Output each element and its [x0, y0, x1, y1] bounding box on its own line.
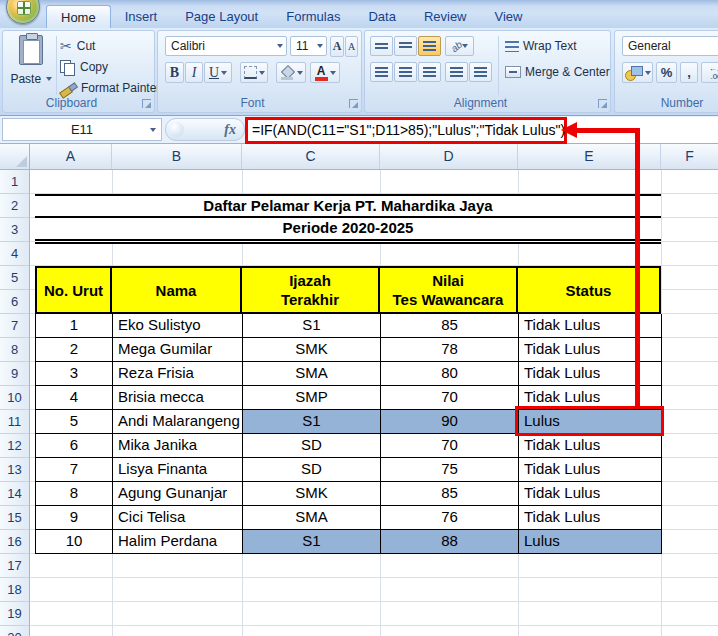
cell-A13[interactable]: 7	[36, 458, 113, 482]
number-format-combo[interactable]: General	[622, 36, 718, 56]
cell-D13[interactable]: 75	[381, 458, 519, 482]
align-middle-button[interactable]	[394, 36, 417, 56]
align-center-button[interactable]	[394, 62, 417, 82]
accounting-format-button[interactable]	[622, 62, 653, 83]
tab-review[interactable]: Review	[410, 5, 481, 28]
row-header[interactable]: 17	[0, 554, 30, 578]
cell-C8[interactable]: SMK	[243, 338, 381, 362]
column-header[interactable]: C	[242, 144, 380, 169]
alignment-dialog-launcher[interactable]	[598, 99, 607, 108]
cell-B10[interactable]: Brisia mecca	[113, 386, 243, 410]
row-header[interactable]: 14	[0, 482, 30, 506]
cell-B7[interactable]: Eko Sulistyo	[113, 314, 243, 338]
cell-B14[interactable]: Agung Gunanjar	[113, 482, 243, 506]
cell-B12[interactable]: Mika Janika	[113, 434, 243, 458]
cell-D15[interactable]: 76	[381, 506, 519, 530]
column-header[interactable]: A	[30, 144, 112, 169]
font-dialog-launcher[interactable]	[349, 99, 358, 108]
cell-D11[interactable]: 90	[381, 410, 519, 434]
cell-A15[interactable]: 9	[36, 506, 113, 530]
cell-C13[interactable]: SD	[243, 458, 381, 482]
merge-center-button[interactable]: Merge & Center	[505, 62, 620, 82]
sheet-title[interactable]: Daftar Pelamar Kerja PT. Mahardika Jaya	[35, 194, 661, 218]
clipboard-dialog-launcher[interactable]	[142, 99, 151, 108]
shrink-font-button[interactable]: A	[345, 36, 358, 57]
row-header[interactable]: 5	[0, 266, 30, 290]
cell-E9[interactable]: Tidak Lulus	[519, 362, 662, 386]
row-header[interactable]: 3	[0, 218, 30, 242]
cell-C11[interactable]: S1	[243, 410, 381, 434]
tab-data[interactable]: Data	[354, 5, 409, 28]
bold-button[interactable]: B	[165, 62, 184, 83]
align-top-button[interactable]	[370, 36, 393, 56]
row-header[interactable]: 4	[0, 242, 30, 266]
wrap-text-button[interactable]: Wrap Text	[505, 36, 577, 56]
font-name-combo[interactable]: Calibri	[165, 36, 287, 56]
header-cell-no-urut[interactable]: No. Urut	[35, 266, 112, 314]
font-color-button[interactable]: A	[310, 62, 340, 83]
row-header[interactable]: 11	[0, 410, 30, 434]
cell-D8[interactable]: 78	[381, 338, 519, 362]
cut-button[interactable]: ✂ Cut	[60, 36, 95, 56]
row-header[interactable]: 18	[0, 578, 30, 602]
font-size-combo[interactable]: 11	[290, 36, 327, 56]
cell-B9[interactable]: Reza Frisia	[113, 362, 243, 386]
office-button[interactable]	[6, 0, 40, 24]
cell-E8[interactable]: Tidak Lulus	[519, 338, 662, 362]
cell-E16[interactable]: Lulus	[519, 530, 662, 554]
column-header[interactable]: F	[661, 144, 718, 169]
sheet-subtitle[interactable]: Periode 2020-2025	[35, 218, 661, 244]
row-header[interactable]: 16	[0, 530, 30, 554]
row-header[interactable]: 8	[0, 338, 30, 362]
cell-B15[interactable]: Cici Telisa	[113, 506, 243, 530]
cell-E12[interactable]: Tidak Lulus	[519, 434, 662, 458]
grow-font-button[interactable]: A	[330, 36, 344, 57]
cell-B16[interactable]: Halim Perdana	[113, 530, 243, 554]
cell-C15[interactable]: SMA	[243, 506, 381, 530]
formula-text[interactable]: =IF(AND(C11="S1";D11>85);"Lulus";"Tidak …	[248, 120, 564, 140]
cell-A14[interactable]: 8	[36, 482, 113, 506]
cell-C7[interactable]: S1	[243, 314, 381, 338]
row-header[interactable]: 13	[0, 458, 30, 482]
cell-A16[interactable]: 10	[36, 530, 113, 554]
row-header[interactable]: 7	[0, 314, 30, 338]
cell-D7[interactable]: 85	[381, 314, 519, 338]
header-cell-ijazah[interactable]: Ijazah Terakhir	[242, 266, 380, 314]
cell-D14[interactable]: 85	[381, 482, 519, 506]
percent-style-button[interactable]: %	[656, 62, 677, 83]
cell-A12[interactable]: 6	[36, 434, 113, 458]
column-header[interactable]: B	[112, 144, 242, 169]
row-header[interactable]: 15	[0, 506, 30, 530]
cell-C10[interactable]: SMP	[243, 386, 381, 410]
increase-indent-button[interactable]	[469, 62, 492, 82]
cell-E14[interactable]: Tidak Lulus	[519, 482, 662, 506]
borders-button[interactable]	[240, 62, 268, 83]
row-header[interactable]: 1	[0, 170, 30, 194]
cell-A11[interactable]: 5	[36, 410, 113, 434]
cell-A8[interactable]: 2	[36, 338, 113, 362]
align-right-button[interactable]	[418, 62, 441, 82]
cell-D12[interactable]: 70	[381, 434, 519, 458]
cell-D10[interactable]: 70	[381, 386, 519, 410]
cell-A7[interactable]: 1	[36, 314, 113, 338]
cell-B8[interactable]: Mega Gumilar	[113, 338, 243, 362]
row-header[interactable]: 9	[0, 362, 30, 386]
decrease-indent-button[interactable]	[445, 62, 468, 82]
comma-style-button[interactable]: ,	[680, 62, 698, 83]
row-header[interactable]: 2	[0, 194, 30, 218]
align-left-button[interactable]	[370, 62, 393, 82]
tab-view[interactable]: View	[481, 5, 537, 28]
cell-D16[interactable]: 88	[381, 530, 519, 554]
row-header[interactable]: 12	[0, 434, 30, 458]
row-header[interactable]: 6	[0, 290, 30, 314]
tab-home[interactable]: Home	[46, 5, 111, 28]
row-header[interactable]: 20	[0, 626, 30, 636]
cell-C14[interactable]: SMK	[243, 482, 381, 506]
increase-decimal-button[interactable]: ←.0 .00	[701, 62, 718, 83]
copy-button[interactable]: Copy	[60, 57, 108, 77]
cell-A9[interactable]: 3	[36, 362, 113, 386]
cell-E15[interactable]: Tidak Lulus	[519, 506, 662, 530]
cell-B13[interactable]: Lisya Finanta	[113, 458, 243, 482]
cell-A10[interactable]: 4	[36, 386, 113, 410]
align-bottom-button[interactable]	[418, 36, 441, 56]
